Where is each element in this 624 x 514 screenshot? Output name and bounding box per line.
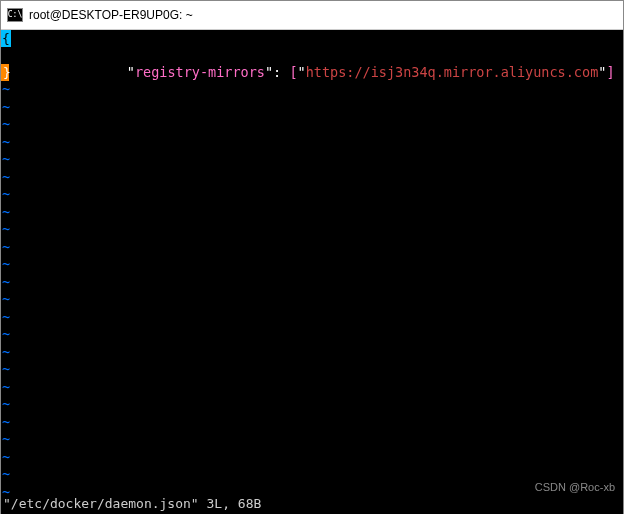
empty-line-tilde: ~	[2, 291, 10, 308]
console-icon-text: C:\	[8, 11, 22, 19]
empty-line-tilde: ~	[2, 151, 10, 168]
empty-line-tilde: ~	[2, 239, 10, 256]
titlebar[interactable]: C:\ root@DESKTOP-ER9UP0G: ~	[1, 1, 623, 30]
json-key: registry-mirrors	[135, 64, 265, 80]
key-quote-close: "	[265, 64, 273, 80]
window-title: root@DESKTOP-ER9UP0G: ~	[29, 8, 193, 22]
empty-line-tilde: ~	[2, 379, 10, 396]
console-icon: C:\	[7, 8, 23, 22]
json-content-line: "registry-mirrors": ["https://isj3n34q.m…	[78, 47, 615, 98]
empty-line-tilde: ~	[2, 169, 10, 186]
str-quote-open: "	[298, 64, 306, 80]
terminal-content[interactable]: { } "registry-mirrors": ["https://isj3n3…	[1, 30, 623, 514]
empty-line-tilde: ~	[2, 204, 10, 221]
empty-line-tilde: ~	[2, 116, 10, 133]
terminal-window: C:\ root@DESKTOP-ER9UP0G: ~ { } "registr…	[0, 0, 624, 514]
empty-line-tilde: ~	[2, 414, 10, 431]
bracket-open: [	[289, 64, 297, 80]
empty-line-tilde: ~	[2, 326, 10, 343]
bracket-close: ]	[606, 64, 614, 80]
empty-line-tilde: ~	[2, 309, 10, 326]
empty-line-tilde: ~	[2, 344, 10, 361]
watermark-text: CSDN @Roc-xb	[535, 479, 615, 496]
empty-line-tilde: ~	[2, 466, 10, 483]
empty-line-tilde: ~	[2, 449, 10, 466]
empty-line-tilde: ~	[2, 221, 10, 238]
empty-line-tilde: ~	[2, 186, 10, 203]
vim-status-line: "/etc/docker/daemon.json" 3L, 68B	[3, 495, 261, 512]
empty-line-tilde: ~	[2, 431, 10, 448]
empty-line-tilde: ~	[2, 396, 10, 413]
json-open-brace: {	[1, 30, 11, 47]
empty-line-tilde: ~	[2, 81, 10, 98]
json-colon: :	[273, 64, 289, 80]
json-close-brace: }	[1, 64, 9, 81]
empty-line-tilde: ~	[2, 99, 10, 116]
empty-line-tilde: ~	[2, 134, 10, 151]
key-quote-open: "	[127, 64, 135, 80]
empty-line-tilde: ~	[2, 256, 10, 273]
json-url-value: https://isj3n34q.mirror.aliyuncs.com	[306, 64, 599, 80]
empty-line-tilde: ~	[2, 274, 10, 291]
empty-line-tilde: ~	[2, 361, 10, 378]
